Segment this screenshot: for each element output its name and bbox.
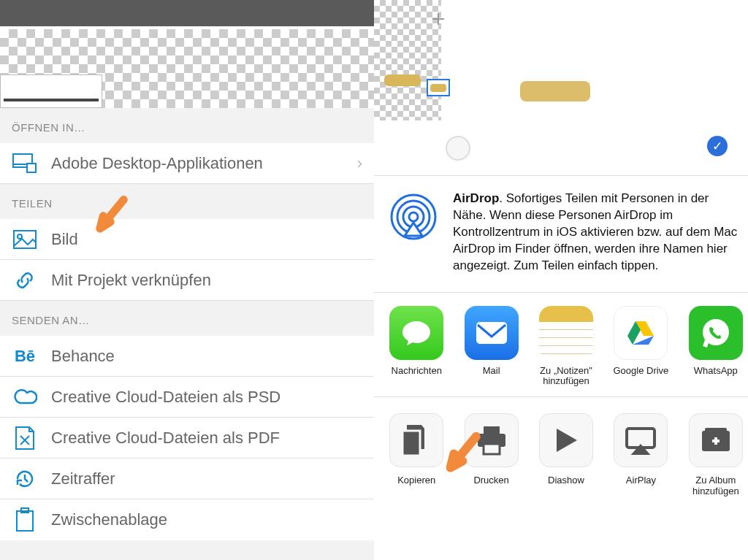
behance-label: Behance — [51, 347, 362, 366]
copy-label: Kopieren — [397, 475, 435, 486]
album-add-icon — [689, 413, 743, 467]
link-project-row[interactable]: Mit Projekt verknüpfen — [0, 260, 374, 301]
behance-row[interactable]: Bē Behance — [0, 336, 374, 377]
chevron-right-icon: › — [357, 154, 362, 173]
action-airplay[interactable]: AirPlay — [611, 413, 670, 496]
airdrop-icon — [387, 191, 440, 243]
clipboard-row[interactable]: Zwischenablage — [0, 499, 374, 540]
svg-point-4 — [18, 234, 22, 239]
action-print[interactable]: Drucken — [462, 413, 520, 496]
timelapse-label: Zeitraffer — [51, 469, 362, 488]
print-label: Drucken — [473, 475, 508, 486]
notes-label: Zu „Notizen" hinzufügen — [537, 366, 595, 387]
airplay-label: AirPlay — [626, 475, 656, 486]
share-image-row[interactable]: Bild — [0, 219, 374, 260]
app-drive[interactable]: Google Drive — [611, 306, 670, 387]
selection-preview: ✓ — [374, 0, 748, 175]
behance-icon: Bē — [12, 343, 38, 369]
cc-psd-row[interactable]: Creative Cloud-Dateien als PSD — [0, 377, 374, 418]
svg-rect-11 — [476, 322, 507, 344]
share-apps-row: Nachrichten Mail Zu „Notizen" hinzufügen… — [374, 293, 748, 398]
copy-icon — [389, 413, 443, 467]
selected-thumb[interactable] — [427, 79, 450, 96]
airdrop-section[interactable]: AirDrop. Sofortiges Teilen mit Personen … — [374, 175, 748, 293]
app-messages[interactable]: Nachrichten — [387, 306, 446, 387]
messages-label: Nachrichten — [392, 366, 442, 386]
share-sheet: ✓ AirDrop. Sofortiges Teilen mit Persone… — [374, 0, 748, 560]
creative-cloud-icon — [12, 384, 38, 410]
drive-label: Google Drive — [613, 366, 668, 386]
svg-rect-14 — [484, 426, 500, 434]
preview-area — [0, 0, 374, 108]
action-add-album[interactable]: Zu Album hinzufügen — [687, 413, 745, 496]
print-icon — [465, 413, 519, 467]
share-actions-row: Kopieren Drucken Diashow AirPlay Zu Albu… — [374, 397, 748, 507]
action-copy[interactable]: Kopieren — [387, 413, 446, 496]
left-panel: ÖFFNEN IN… Adobe Desktop-Applikationen ›… — [0, 0, 374, 560]
app-mail[interactable]: Mail — [462, 306, 520, 387]
notes-icon — [539, 306, 593, 360]
messages-icon — [389, 306, 443, 360]
add-button[interactable] — [432, 13, 444, 25]
mail-icon — [465, 306, 519, 360]
artwork-preview — [520, 77, 590, 107]
app-whatsapp[interactable]: WhatsApp — [687, 306, 745, 387]
section-share: TEILEN — [0, 184, 374, 219]
section-open-in: ÖFFNEN IN… — [0, 108, 374, 143]
svg-rect-2 — [27, 164, 36, 172]
cc-pdf-row[interactable]: Creative Cloud-Dateien als PDF — [0, 418, 374, 459]
desktop-icon — [12, 150, 38, 177]
svg-rect-5 — [17, 511, 33, 531]
clipboard-icon — [12, 507, 38, 533]
svg-rect-16 — [484, 444, 500, 454]
mail-label: Mail — [483, 366, 500, 386]
play-icon — [539, 413, 593, 467]
timelapse-row[interactable]: Zeitraffer — [0, 459, 374, 499]
slideshow-label: Diashow — [548, 475, 584, 486]
share-image-label: Bild — [51, 230, 362, 249]
drive-icon — [614, 306, 668, 360]
whatsapp-label: WhatsApp — [694, 366, 738, 386]
history-icon — [12, 466, 38, 492]
adobe-desktop-label: Adobe Desktop-Applikationen — [51, 154, 344, 173]
link-project-label: Mit Projekt verknüpfen — [51, 271, 362, 290]
svg-point-7 — [409, 212, 418, 221]
svg-rect-19 — [705, 428, 727, 431]
selected-checkmark-icon: ✓ — [707, 136, 728, 156]
adobe-desktop-apps-row[interactable]: Adobe Desktop-Applikationen › — [0, 143, 374, 184]
section-send-to: SENDEN AN… — [0, 301, 374, 336]
album-label: Zu Album hinzufügen — [687, 475, 745, 496]
app-notes[interactable]: Zu „Notizen" hinzufügen — [537, 306, 595, 387]
action-slideshow[interactable]: Diashow — [537, 413, 595, 496]
cc-psd-label: Creative Cloud-Dateien als PSD — [51, 388, 362, 407]
cc-pdf-label: Creative Cloud-Dateien als PDF — [51, 429, 362, 448]
airdrop-description: AirDrop. Sofortiges Teilen mit Personen … — [453, 191, 741, 275]
document-thumbnail[interactable] — [0, 74, 102, 108]
clipboard-label: Zwischenablage — [51, 510, 362, 529]
pdf-icon — [12, 425, 38, 451]
whatsapp-icon — [689, 306, 743, 360]
airplay-icon — [614, 413, 668, 467]
link-icon — [12, 267, 38, 294]
tool-circle[interactable] — [446, 136, 470, 161]
svg-rect-13 — [402, 431, 420, 456]
image-icon — [12, 226, 38, 253]
